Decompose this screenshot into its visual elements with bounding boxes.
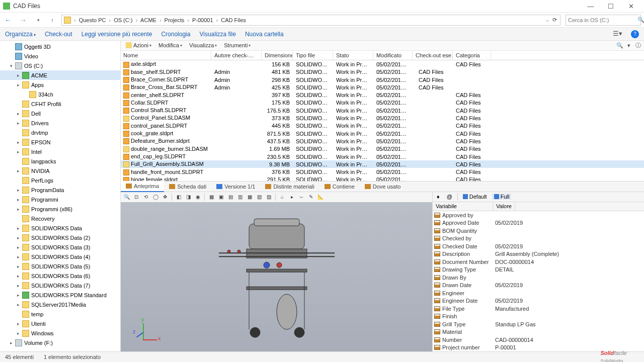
edit-menu[interactable]: Modifica — [155, 41, 185, 50]
tab-whereused[interactable]: Dove usato — [360, 181, 406, 192]
file-row[interactable]: double_range_burner.SLDASM1.69 MBSOLIDWO… — [121, 145, 644, 153]
tree-node[interactable]: ▸EPSON — [0, 137, 120, 147]
tree-node[interactable]: ▸SOLIDWORKS Data — [0, 223, 120, 233]
tree-node[interactable]: ▸Volume (F:) — [0, 338, 120, 347]
file-row[interactable]: cook_grate.sldprt871.5 KBSOLIDWORKS …Wor… — [121, 130, 644, 137]
tree-node[interactable]: ▸Programmi (x86) — [0, 204, 120, 214]
file-row[interactable]: base_shelf.SLDPRTAdmin481 KBSOLIDWORKS …… — [121, 68, 644, 76]
tree-node[interactable]: ▸Intel — [0, 147, 120, 156]
move-icon[interactable]: ↔ — [297, 193, 305, 201]
file-row[interactable]: center_shelf.SLDPRT397 KBSOLIDWORKS …Wor… — [121, 92, 644, 99]
file-row[interactable]: hinge female.sldprt291.5 KBSOLIDWORKS …W… — [121, 176, 644, 181]
shaded-icon[interactable]: ◧ — [175, 193, 183, 201]
tab-bom[interactable]: Distinte materiali — [260, 181, 319, 192]
iso-icon[interactable]: ▦ — [207, 193, 215, 201]
edit-icon[interactable]: ✎ — [307, 193, 315, 201]
zoom-in-icon[interactable]: 🔍 — [616, 42, 624, 49]
tab-version[interactable]: Versione 1/1 — [211, 181, 260, 192]
wireframe-icon[interactable]: ◉ — [194, 193, 202, 201]
property-row[interactable]: NumberCAD-00000014 — [433, 336, 644, 344]
file-row[interactable]: handle_front_mount.SLDPRT376 KBSOLIDWORK… — [121, 168, 644, 175]
props-at-icon[interactable]: ♦ — [435, 194, 442, 200]
col-state[interactable]: Stato — [333, 51, 373, 60]
tree-node[interactable]: ▸SQLServer2017Media — [0, 300, 120, 309]
search-icon[interactable]: 🔍 — [637, 17, 644, 23]
col-type[interactable]: Tipo file — [293, 51, 333, 60]
back-button[interactable]: ← — [3, 16, 13, 24]
property-row[interactable]: Checked by — [433, 234, 644, 242]
file-row[interactable]: axle.sldprt156 KBSOLIDWORKS …Work in Pro… — [121, 60, 644, 68]
left-icon[interactable]: ▥ — [236, 193, 244, 201]
tree-node[interactable]: ▸NVIDIA — [0, 166, 120, 175]
tree-node[interactable]: ▸SOLIDWORKS Data (4) — [0, 252, 120, 261]
property-row[interactable]: Grill TypeStandup LP Gas — [433, 320, 644, 328]
get-latest-button[interactable]: Leggi versione più recente — [82, 31, 152, 38]
property-row[interactable]: Material — [433, 328, 644, 336]
file-row[interactable]: Control_Panel.SLDASM373 KBSOLIDWORKS …Wo… — [121, 114, 644, 122]
property-row[interactable]: Drawn Date05/02/2019 — [433, 281, 644, 289]
col-modified[interactable]: Modificato — [373, 51, 413, 60]
property-row[interactable]: Finish — [433, 312, 644, 320]
tree-node[interactable]: ▸SOLIDWORKS PDM Standard — [0, 290, 120, 300]
file-list[interactable]: axle.sldprt156 KBSOLIDWORKS …Work in Pro… — [121, 60, 644, 181]
zoom-window-icon[interactable]: ⊡ — [132, 193, 140, 201]
file-row[interactable]: Collar.SLDPRT175 KBSOLIDWORKS …Work in P… — [121, 99, 644, 107]
col-name[interactable]: Nome — [121, 51, 211, 60]
checkout-button[interactable]: Check-out — [45, 31, 72, 38]
prop-col-val[interactable]: Valore — [493, 202, 515, 211]
folder-tree[interactable]: Oggetti 3DVideo▾OS (C:)▸ACME▸Apps334chCF… — [0, 41, 121, 351]
property-row[interactable]: Drawing TypeDETAIL — [433, 265, 644, 274]
zoom-fit-icon[interactable]: 🔍 — [123, 193, 131, 201]
props-full-tab[interactable]: Full — [492, 194, 512, 200]
tree-node[interactable]: CFHT Profili — [0, 99, 120, 109]
tree-node[interactable]: PerfLogs — [0, 175, 120, 185]
refresh-icon[interactable]: ⟳ — [551, 17, 558, 23]
tree-node[interactable]: ▸SOLIDWORKS Data (6) — [0, 271, 120, 281]
col-category[interactable]: Categoria — [453, 51, 491, 60]
prop-col-var[interactable]: Variabile — [433, 202, 493, 211]
view-options-button[interactable]: ☰▾ — [613, 30, 622, 39]
col-author[interactable]: Autore check-… — [211, 51, 262, 60]
tree-node[interactable]: ▸SOLIDWORKS Data (7) — [0, 281, 120, 290]
col-checkout[interactable]: Check-out ese… — [413, 51, 453, 60]
zoom-dropdown-icon[interactable]: ▾ — [625, 42, 633, 49]
view-file-button[interactable]: Visualizza file — [199, 31, 235, 38]
forward-button[interactable]: → — [18, 16, 28, 24]
properties-list[interactable]: Approved byApproved Date05/02/2019BOM Qu… — [433, 211, 644, 351]
back-icon[interactable]: ▤ — [226, 193, 234, 201]
tree-node[interactable]: ▸SOLIDWORKS Data (3) — [0, 242, 120, 252]
tree-node[interactable]: ▸Windows — [0, 328, 120, 338]
organize-menu[interactable]: Organizza — [5, 31, 36, 38]
preview-canvas[interactable]: yxz — [121, 202, 432, 351]
help-button[interactable]: ? — [631, 30, 639, 38]
property-row[interactable]: Engineer Date05/02/2019 — [433, 297, 644, 305]
tree-node[interactable]: ▸SOLIDWORKS Data (5) — [0, 261, 120, 271]
tab-datacard[interactable]: Scheda dati — [164, 181, 211, 192]
property-row[interactable]: DescriptionGrill Assembly (Complete) — [433, 250, 644, 258]
property-row[interactable]: Approved by — [433, 211, 644, 219]
rotate-icon[interactable]: ⟲ — [142, 193, 150, 201]
tree-node[interactable]: Recovery — [0, 214, 120, 223]
close-button[interactable]: ✕ — [621, 0, 641, 13]
file-row[interactable]: Brace_Corner.SLDPRTAdmin298 KBSOLIDWORKS… — [121, 76, 644, 83]
search-input[interactable] — [568, 17, 637, 23]
props-default-tab[interactable]: Default — [461, 194, 489, 200]
home-icon[interactable]: ⌂ — [278, 193, 286, 201]
props-at2-icon[interactable]: @ — [445, 194, 454, 200]
search-box[interactable]: 🔍 — [566, 15, 641, 26]
breadcrumb[interactable]: › Questo PC› OS (C:)› ACME› Projects› P-… — [61, 15, 560, 26]
tree-node[interactable]: ▸Utenti — [0, 319, 120, 328]
tab-preview[interactable]: Anteprima — [121, 181, 164, 192]
tree-node[interactable]: Video — [0, 51, 120, 61]
breadcrumb-dropdown[interactable]: ⌵ — [545, 17, 550, 23]
tab-contains[interactable]: Contiene — [319, 181, 360, 192]
file-row[interactable]: end_cap_leg.SLDPRT230.5 KBSOLIDWORKS …Wo… — [121, 153, 644, 160]
file-row[interactable]: control_panel.SLDPRT445 KBSOLIDWORKS …Wo… — [121, 122, 644, 130]
new-folder-button[interactable]: Nuova cartella — [245, 31, 284, 38]
tree-node[interactable]: ▸Apps — [0, 80, 120, 89]
history-button[interactable]: Cronologia — [161, 31, 190, 38]
front-icon[interactable]: ▣ — [217, 193, 225, 201]
tree-node[interactable]: temp — [0, 309, 120, 319]
tree-node[interactable]: ▸Programmi — [0, 195, 120, 204]
maximize-button[interactable]: ☐ — [601, 0, 621, 13]
